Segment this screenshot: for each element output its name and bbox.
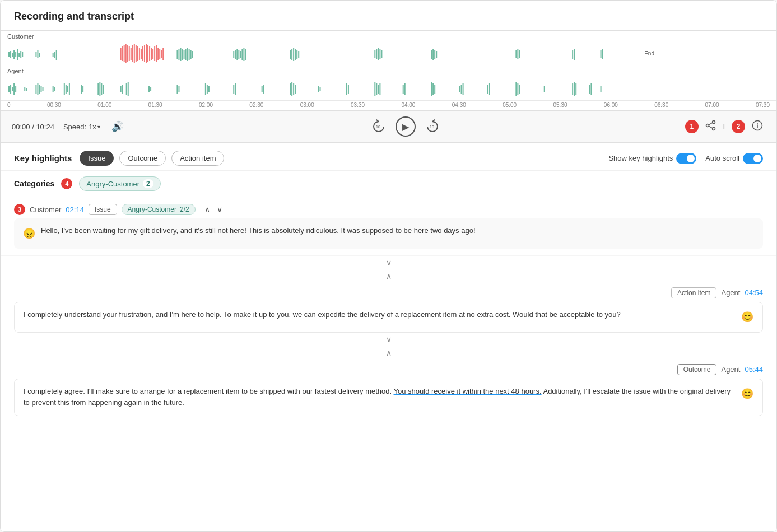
svg-rect-106 (122, 85, 123, 94)
rewind-10-button[interactable]: 10 (369, 116, 389, 137)
svg-rect-33 (151, 48, 152, 60)
svg-rect-90 (39, 85, 40, 94)
svg-rect-25 (137, 46, 138, 61)
svg-line-158 (709, 123, 713, 125)
category-angry-customer[interactable]: Angry-Customer 2 (79, 176, 160, 191)
svg-rect-85 (15, 86, 16, 92)
svg-rect-11 (39, 53, 40, 57)
volume-button[interactable]: 🔊 (109, 118, 126, 135)
forward-10-button[interactable]: 10 (422, 116, 443, 137)
customer-track: Customer (1, 31, 776, 66)
svg-rect-67 (378, 48, 379, 60)
tag-action-button[interactable]: Action item (171, 151, 224, 166)
collapse-up-btn-2[interactable]: ∧ (386, 348, 392, 357)
svg-rect-19 (127, 45, 128, 62)
svg-rect-89 (37, 83, 38, 95)
svg-rect-23 (134, 44, 135, 63)
time-display: 00:00 / 10:24 (12, 123, 54, 131)
svg-rect-87 (26, 88, 27, 91)
agent-label-1: Agent (721, 288, 740, 297)
share-icon (705, 122, 716, 133)
svg-rect-151 (601, 86, 602, 92)
svg-rect-1 (10, 51, 11, 58)
collapse-down-btn-2[interactable]: ∨ (386, 335, 392, 344)
highlights-section: Key highlights Issue Outcome Action item… (1, 143, 776, 171)
svg-rect-76 (519, 50, 520, 58)
speed-dropdown[interactable]: 1x ▾ (89, 123, 100, 131)
svg-rect-7 (20, 51, 21, 58)
svg-rect-134 (431, 82, 432, 96)
customer-waveform[interactable] (7, 41, 770, 66)
svg-rect-104 (103, 85, 104, 94)
highlight-supposed-here: It was supposed to be here two days ago! (341, 226, 476, 235)
tag-issue-button[interactable]: Issue (80, 151, 114, 166)
svg-rect-20 (129, 46, 130, 61)
svg-rect-99 (81, 85, 82, 94)
agent-timestamp-1[interactable]: 04:54 (745, 288, 763, 297)
svg-rect-34 (152, 49, 153, 59)
svg-rect-8 (22, 52, 23, 57)
svg-rect-116 (233, 85, 234, 94)
agent-timestamp-2[interactable]: 05:44 (745, 365, 763, 374)
svg-rect-84 (13, 83, 15, 95)
play-button[interactable]: ▶ (396, 116, 416, 137)
svg-rect-61 (293, 48, 294, 61)
svg-rect-28 (142, 46, 143, 61)
svg-rect-59 (290, 50, 291, 59)
svg-rect-65 (374, 50, 375, 58)
svg-rect-131 (379, 83, 380, 95)
badge-1[interactable]: 1 (685, 120, 699, 133)
svg-rect-93 (53, 86, 54, 92)
collapse-row-1b: ∧ (1, 269, 776, 283)
collapse-down-btn-1[interactable]: ∨ (386, 258, 392, 267)
svg-rect-77 (572, 50, 573, 59)
tag-outcome-button[interactable]: Outcome (119, 151, 166, 166)
badge-2[interactable]: 2 (732, 120, 745, 133)
category-name: Angry-Customer (86, 180, 139, 188)
svg-rect-73 (436, 51, 437, 58)
agent-header-2: Outcome Agent 05:44 (1, 360, 776, 375)
categories-label: Categories (14, 179, 54, 188)
svg-rect-135 (432, 83, 434, 95)
svg-rect-6 (18, 53, 20, 57)
svg-point-155 (712, 127, 715, 130)
svg-rect-79 (601, 50, 602, 58)
collapse-row-1: ∨ (1, 256, 776, 269)
svg-rect-146 (572, 83, 573, 95)
svg-rect-26 (139, 48, 140, 60)
svg-rect-62 (295, 49, 296, 60)
agent-waveform[interactable] (7, 76, 770, 100)
agent-entry-1: Action item Agent 04:54 I completely und… (1, 283, 776, 333)
share-button[interactable] (703, 118, 719, 136)
svg-rect-54 (238, 50, 239, 59)
svg-rect-138 (461, 85, 462, 94)
svg-rect-83 (12, 87, 13, 91)
svg-rect-37 (157, 48, 159, 60)
show-highlights-toggle[interactable] (676, 153, 696, 164)
categories-section: Categories 4 Angry-Customer 2 (1, 171, 776, 197)
svg-rect-49 (190, 50, 192, 59)
nav-prev-button[interactable]: ∧ (202, 204, 212, 214)
end-marker: End (644, 50, 654, 57)
nav-next-button[interactable]: ∨ (215, 204, 225, 214)
info-button[interactable] (750, 118, 765, 136)
svg-rect-142 (515, 82, 517, 96)
svg-rect-137 (459, 86, 460, 92)
svg-rect-119 (263, 85, 264, 94)
info-icon (752, 122, 763, 133)
agent-bubble-1: I completely understand your frustration… (14, 302, 763, 333)
customer-timestamp[interactable]: 02:14 (66, 206, 84, 214)
entry-header-customer: 3 Customer 02:14 Issue Angry-Customer 2/… (14, 204, 763, 215)
svg-text:10: 10 (376, 125, 380, 129)
category-count: 2 (143, 179, 153, 188)
svg-rect-46 (185, 49, 187, 60)
svg-rect-133 (404, 83, 406, 95)
svg-rect-94 (54, 87, 55, 91)
customer-tag-issue: Issue (89, 204, 117, 215)
auto-scroll-toggle[interactable] (743, 153, 763, 164)
svg-rect-51 (233, 51, 234, 58)
collapse-up-btn-1[interactable]: ∧ (386, 272, 392, 281)
svg-rect-108 (128, 82, 129, 96)
svg-rect-21 (131, 48, 132, 60)
chevron-down-icon: ▾ (97, 124, 100, 130)
